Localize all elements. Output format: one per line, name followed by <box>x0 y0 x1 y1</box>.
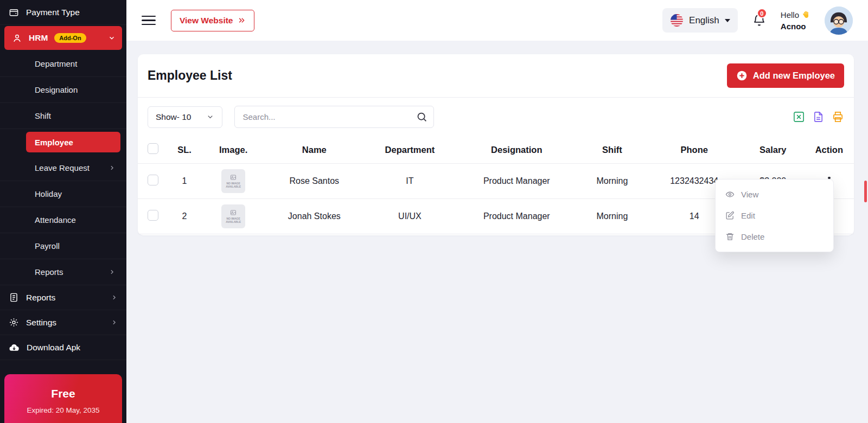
wave-hand-icon <box>802 10 810 19</box>
trash-icon <box>725 232 735 241</box>
column-header-department: Department <box>363 136 456 164</box>
cell-department: IT <box>363 164 456 199</box>
notifications-button[interactable]: 0 <box>752 13 767 28</box>
select-all-checkbox[interactable] <box>148 143 158 154</box>
sidebar-item-shift[interactable]: Shift <box>0 103 126 129</box>
show-entries-label: Show- 10 <box>156 112 191 122</box>
cell-shift: Morning <box>577 199 647 234</box>
sidebar-item-reports-sub[interactable]: Reports <box>0 259 126 285</box>
free-plan-banner[interactable]: Free Expired: 20 May, 2035 <box>4 374 122 423</box>
plan-name: Free <box>4 387 122 400</box>
sidebar-item-leave-request[interactable]: Leave Request <box>0 155 126 181</box>
search-input[interactable] <box>234 106 434 128</box>
chevron-right-icon <box>111 294 118 301</box>
content-area: Employee List Add new Employee Show- 10 <box>126 41 868 423</box>
username-label: Acnoo <box>781 22 810 30</box>
add-new-employee-label: Add new Employee <box>753 70 835 81</box>
gear-icon <box>9 317 19 328</box>
cell-shift: Morning <box>577 164 647 199</box>
chevron-right-icon <box>108 164 116 171</box>
scrollbar-thumb[interactable] <box>864 181 867 202</box>
view-website-button[interactable]: View Website <box>171 10 254 31</box>
sidebar-item-attendance[interactable]: Attendance <box>0 207 126 233</box>
show-entries-dropdown[interactable]: Show- 10 <box>148 106 222 128</box>
action-edit[interactable]: Edit <box>716 205 833 226</box>
sidebar-item-hrm[interactable]: HRM Add-On <box>4 26 122 50</box>
cell-name: Rose Santos <box>265 164 363 199</box>
add-new-employee-button[interactable]: Add new Employee <box>727 63 844 88</box>
sidebar-item-label: Download Apk <box>27 343 80 352</box>
avatar-illustration <box>825 7 853 35</box>
notification-count-badge: 0 <box>757 8 767 18</box>
hrm-submenu: Department Designation Shift Employee Le… <box>0 51 126 285</box>
sidebar-item-payment-type[interactable]: Payment Type <box>0 0 126 25</box>
view-website-label: View Website <box>180 16 233 25</box>
cell-designation: Product Manager <box>456 199 577 234</box>
no-image-placeholder: NO IMAGE AVAILABLE <box>221 204 245 228</box>
column-header-phone: Phone <box>647 136 742 164</box>
eye-icon <box>725 190 735 199</box>
cell-name: Jonah Stokes <box>265 199 363 234</box>
table-toolbar: Show- 10 <box>138 98 854 136</box>
cloud-download-icon <box>9 342 20 353</box>
sidebar-item-label: Settings <box>26 318 56 328</box>
chevron-right-icon <box>111 319 118 326</box>
language-label: English <box>689 15 719 26</box>
hrm-user-icon <box>12 33 22 43</box>
search-box <box>234 106 434 128</box>
action-view[interactable]: View <box>716 184 833 205</box>
top-header: View Website English 0 Hello <box>126 0 868 41</box>
column-header-name: Name <box>265 136 363 164</box>
action-delete[interactable]: Delete <box>716 226 833 247</box>
sidebar-item-label: Shift <box>35 111 51 120</box>
cell-designation: Product Manager <box>456 164 577 199</box>
sidebar: Payment Type HRM Add-On Department Desig… <box>0 0 126 423</box>
addon-badge: Add-On <box>54 33 86 43</box>
no-image-placeholder: NO IMAGE AVAILABLE <box>221 169 245 193</box>
sidebar-item-department[interactable]: Department <box>0 51 126 77</box>
column-header-designation: Designation <box>456 136 577 164</box>
image-icon <box>230 174 237 181</box>
greeting-label: Hello <box>781 11 799 19</box>
plan-expiry: Expired: 20 May, 2035 <box>4 406 122 414</box>
column-header-image: Image. <box>202 136 265 164</box>
sidebar-item-settings[interactable]: Settings <box>0 310 126 335</box>
language-selector[interactable]: English <box>662 8 738 33</box>
us-flag-icon <box>670 14 684 27</box>
column-header-salary: Salary <box>742 136 805 164</box>
action-delete-label: Delete <box>741 232 764 241</box>
sidebar-item-label: Leave Request <box>35 163 90 172</box>
print-icon[interactable] <box>832 111 844 123</box>
image-icon <box>230 209 237 216</box>
sidebar-item-holiday[interactable]: Holiday <box>0 181 126 207</box>
column-header-sl: SL. <box>167 136 202 164</box>
sidebar-item-label: Reports <box>35 267 63 277</box>
sidebar-item-payroll[interactable]: Payroll <box>0 233 126 259</box>
chevron-down-icon <box>206 113 214 121</box>
user-avatar[interactable] <box>825 7 853 35</box>
sidebar-item-download-apk[interactable]: Download Apk <box>0 335 126 360</box>
sidebar-item-label: Payroll <box>35 241 60 251</box>
export-pdf-icon[interactable] <box>812 111 825 123</box>
plus-circle-icon <box>736 70 748 81</box>
report-document-icon <box>9 292 19 303</box>
chevron-right-icon <box>108 268 116 275</box>
sidebar-item-label: HRM <box>29 33 48 43</box>
export-excel-icon[interactable] <box>793 111 805 123</box>
sidebar-item-reports[interactable]: Reports <box>0 285 126 310</box>
action-view-label: View <box>741 190 758 199</box>
double-chevron-right-icon <box>238 16 246 24</box>
sidebar-item-employee[interactable]: Employee <box>26 132 120 152</box>
caret-down-icon <box>725 19 730 22</box>
action-edit-label: Edit <box>741 211 755 220</box>
page-title: Employee List <box>148 68 232 83</box>
row-checkbox[interactable] <box>148 210 158 221</box>
sidebar-item-label: Designation <box>35 85 78 94</box>
main-area: View Website English 0 Hello <box>126 0 868 423</box>
hamburger-menu-icon[interactable] <box>142 16 156 25</box>
row-checkbox[interactable] <box>148 175 158 185</box>
sidebar-item-label: Holiday <box>35 189 62 198</box>
wallet-icon <box>9 7 19 17</box>
search-icon[interactable] <box>416 111 427 123</box>
sidebar-item-designation[interactable]: Designation <box>0 77 126 103</box>
